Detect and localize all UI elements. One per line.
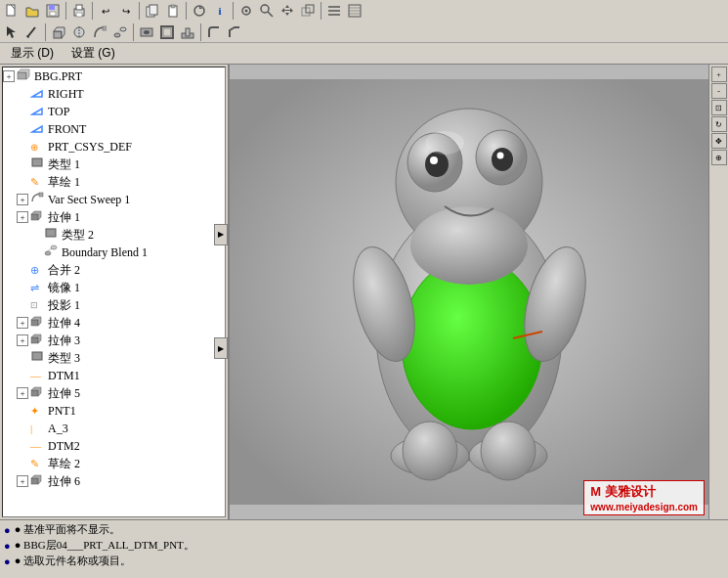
- sketch-tool-btn[interactable]: [22, 22, 42, 42]
- right-btn-5[interactable]: ✥: [711, 133, 727, 149]
- copy-btn[interactable]: [143, 1, 162, 21]
- regen-btn[interactable]: [190, 1, 209, 21]
- tree-label-merge2: 合并 2: [48, 262, 223, 279]
- tree-item-sketch1[interactable]: ✎草绘 1: [3, 173, 225, 191]
- tree-label-front: FRONT: [48, 122, 223, 137]
- svg-point-15: [245, 10, 248, 13]
- save-btn[interactable]: [43, 1, 63, 21]
- undo-btn[interactable]: ↩: [96, 1, 115, 21]
- svg-point-41: [144, 30, 150, 34]
- tree-item-extrude4[interactable]: + 拉伸 3: [3, 332, 225, 349]
- tree-label-pnt1: PNT1: [48, 404, 223, 419]
- tree-item-extrude5[interactable]: + 拉伸 5: [3, 384, 225, 402]
- orient-btn[interactable]: [298, 1, 318, 21]
- main-area: + BBG.PRT RIGHT TOP FRONT⊕PRT_CSYS_DEF 类…: [0, 65, 728, 519]
- tree-item-bblend[interactable]: Boundary Blend 1: [3, 244, 225, 261]
- select-btn[interactable]: [2, 22, 21, 42]
- icon-extrude4: [30, 333, 46, 348]
- layer-btn[interactable]: [324, 1, 344, 21]
- open-btn[interactable]: [22, 1, 42, 21]
- view-btn[interactable]: [236, 1, 256, 21]
- expand-extrude3[interactable]: +: [17, 317, 28, 329]
- tree-item-extrude6[interactable]: + 拉伸 6: [3, 472, 225, 490]
- blend-tool-btn[interactable]: [110, 22, 130, 42]
- icon-type1: [30, 156, 46, 172]
- tree-item-front[interactable]: FRONT: [3, 120, 225, 138]
- expand-varsect[interactable]: +: [17, 194, 28, 205]
- model-tree[interactable]: + BBG.PRT RIGHT TOP FRONT⊕PRT_CSYS_DEF 类…: [2, 67, 226, 517]
- status-text-2: ● BBG层04___PRT_ALL_DTM_PNT。: [15, 538, 194, 553]
- expand-extrude5[interactable]: +: [17, 387, 28, 399]
- tree-label-csys: PRT_CSYS_DEF: [48, 140, 223, 155]
- round-btn[interactable]: [204, 22, 224, 42]
- expand-bbg_prt[interactable]: +: [3, 70, 15, 82]
- svg-point-71: [425, 152, 449, 177]
- tree-item-pnt1[interactable]: ✦PNT1: [3, 402, 225, 420]
- tree-item-type2[interactable]: 类型 2: [3, 226, 225, 244]
- icon-csys: ⊕: [30, 142, 46, 153]
- display-menu[interactable]: 显示 (D): [4, 43, 61, 64]
- chamfer-btn[interactable]: [225, 22, 244, 42]
- icon-front: [30, 123, 46, 135]
- icon-bblend: [44, 245, 60, 260]
- tree-item-sketch2[interactable]: ✎草绘 2: [3, 455, 225, 472]
- hole-btn[interactable]: [137, 22, 156, 42]
- revolve-tool-btn[interactable]: [69, 22, 89, 42]
- tree-label-extrude5: 拉伸 5: [48, 385, 223, 402]
- tree-item-dtm2[interactable]: —DTM2: [3, 437, 225, 455]
- status-line-1: ● ● 基准平面将不显示。: [4, 522, 724, 537]
- settings-menu[interactable]: 设置 (G): [64, 43, 122, 64]
- svg-rect-43: [163, 28, 171, 36]
- tree-item-csys[interactable]: ⊕PRT_CSYS_DEF: [3, 138, 225, 156]
- right-btn-2[interactable]: -: [711, 83, 727, 99]
- viewport[interactable]: M 美雅设计 www.meiyadesign.com: [230, 65, 708, 519]
- info-btn[interactable]: i: [210, 1, 230, 21]
- sweep-tool-btn[interactable]: [90, 22, 109, 42]
- paste-btn[interactable]: [163, 1, 183, 21]
- tree-item-dtm1[interactable]: —DTM1: [3, 367, 225, 384]
- tree-label-mirror1: 镜像 1: [48, 280, 223, 296]
- tree-item-varsect[interactable]: + Var Sect Sweep 1: [3, 191, 225, 208]
- panel-arrow-top[interactable]: ▶: [214, 224, 228, 245]
- shell-btn[interactable]: [157, 22, 177, 42]
- expand-extrude4[interactable]: +: [17, 334, 28, 346]
- pan-btn[interactable]: [278, 1, 297, 21]
- tree-item-top[interactable]: TOP: [3, 103, 225, 120]
- right-btn-3[interactable]: ⊡: [711, 100, 727, 115]
- print-btn[interactable]: [69, 1, 89, 21]
- expand-extrude1[interactable]: +: [17, 211, 28, 223]
- svg-rect-6: [76, 5, 82, 10]
- tree-item-bbg_prt[interactable]: + BBG.PRT: [3, 67, 225, 85]
- right-btn-6[interactable]: ⊕: [711, 150, 727, 165]
- svg-rect-7: [76, 13, 82, 17]
- tree-item-extrude1[interactable]: + 拉伸 1: [3, 208, 225, 226]
- redo-btn[interactable]: ↪: [116, 1, 136, 21]
- tree-item-type1[interactable]: 类型 1: [3, 156, 225, 173]
- expand-extrude6[interactable]: +: [17, 475, 28, 487]
- tree-item-a3[interactable]: |A_3: [3, 420, 225, 437]
- icon-pnt1: ✦: [30, 405, 46, 418]
- svg-rect-0: [7, 5, 15, 16]
- icon-extrude5: [30, 385, 46, 401]
- right-btn-4[interactable]: ↻: [711, 116, 727, 132]
- right-btn-1[interactable]: +: [711, 67, 727, 82]
- tree-label-bbg_prt: BBG.PRT: [34, 69, 223, 84]
- new-btn[interactable]: [2, 1, 21, 21]
- tree-label-extrude4: 拉伸 3: [48, 333, 223, 349]
- tree-item-right[interactable]: RIGHT: [3, 85, 225, 103]
- tree-item-merge2[interactable]: ⊕合并 2: [3, 261, 225, 279]
- tree-item-mirror1[interactable]: ⇌镜像 1: [3, 279, 225, 296]
- tree-item-extrude3[interactable]: + 拉伸 4: [3, 314, 225, 332]
- tree-item-type3[interactable]: 类型 3: [3, 349, 225, 367]
- tree-label-sketch2: 草绘 2: [48, 456, 223, 472]
- rib-btn[interactable]: [178, 22, 197, 42]
- icon-type3: [30, 350, 46, 366]
- panel-arrow-bottom[interactable]: ▶: [214, 337, 228, 359]
- model-tree-btn[interactable]: [345, 1, 364, 21]
- zoom-btn[interactable]: [257, 1, 277, 21]
- extrude-tool-btn[interactable]: [49, 22, 68, 42]
- icon-extrude6: [30, 473, 46, 489]
- tree-label-extrude1: 拉伸 1: [48, 209, 223, 226]
- tree-label-top: TOP: [48, 105, 223, 119]
- tree-item-project1[interactable]: ⊡投影 1: [3, 296, 225, 314]
